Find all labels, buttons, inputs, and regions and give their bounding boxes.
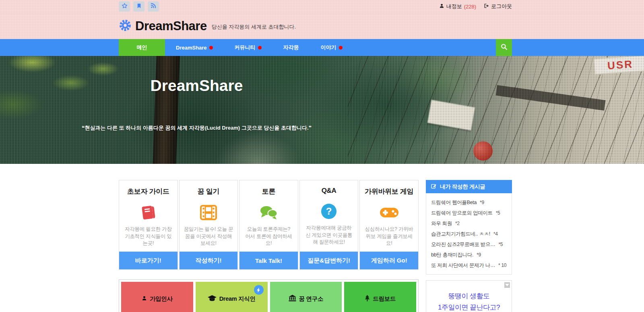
ad-info-badge[interactable] (504, 282, 510, 288)
card-dream-diary: 꿈 일기 꿈일기는 필수! 오늘 꾼 꿈을 이곳에서 작성해 보세요! 작성하기… (179, 180, 238, 270)
favorite-button[interactable] (119, 1, 130, 12)
rss-icon (150, 2, 157, 10)
svg-text:?: ? (326, 206, 332, 217)
hero-halftone-overlay (0, 56, 644, 164)
logo-row: DreamShare 당신을 자각몽의 세계로 초대합니다. (0, 13, 644, 39)
post-item[interactable]: 와우 회원*2 (426, 218, 512, 229)
comments-icon (239, 202, 298, 223)
post-title: 습관고치기가힘드네.. ㅊㅊ! (431, 231, 490, 237)
notification-dot (339, 46, 343, 50)
board-label: 꿈 연구소 (299, 295, 324, 303)
nav-tab-story[interactable]: 이야기 (310, 39, 353, 56)
board-label: Dream 지식인 (219, 295, 256, 303)
bookmark-button[interactable] (133, 1, 144, 12)
main-content: 초보자 가이드 자각몽에 필요한 가장 기초적인 지식들이 있는곳! 바로가기!… (119, 180, 512, 312)
go-button[interactable]: 바로가기! (119, 252, 178, 269)
post-count: * 10 (498, 262, 506, 268)
logo[interactable]: DreamShare (119, 19, 207, 33)
ad-text-line2: 1주일이면 끝난다고? (438, 303, 500, 312)
post-title: 와우 회원 (431, 221, 452, 226)
gear-icon (119, 19, 132, 33)
notification-dot (258, 46, 262, 50)
search-button[interactable] (496, 39, 512, 56)
feature-cards: 초보자 가이드 자각몽에 필요한 가장 기초적인 지식들이 있는곳! 바로가기!… (119, 180, 419, 270)
write-button[interactable]: 작성하기! (180, 252, 238, 269)
lightning-badge (254, 285, 264, 295)
main-nav: 메인 DreamShare 커뮤니티 자각몽 이야기 (0, 39, 644, 56)
post-title: bb탄 총재미집니다. (431, 252, 473, 258)
nav-label: 커뮤니티 (235, 44, 256, 51)
post-item[interactable]: 드림쉐어 웹어플Beta*9 (426, 197, 512, 208)
card-title: 꿈 일기 (180, 187, 238, 196)
post-count: *5 (498, 242, 503, 247)
site-tagline: 당신을 자각몽의 세계로 초대합니다. (212, 23, 296, 31)
board-dreamboard[interactable]: 드림보드 (344, 282, 416, 312)
ad-banner[interactable]: 뚱땡이 생활도 1주일이면 끝난다고? (426, 280, 512, 312)
nav-label: 자각몽 (283, 44, 299, 51)
question-button[interactable]: 질문&답변하기! (300, 252, 358, 269)
card-description: 꿈일기는 필수! 오늘 꾼 꿈을 이곳에서 작성해 보세요! (180, 226, 238, 247)
my-posts-title: 내가 작성한 게시글 (440, 183, 485, 190)
play-button[interactable]: 게임하러 Go! (360, 252, 418, 269)
ad-badge-triangle (505, 284, 509, 286)
board-dream-knowledge[interactable]: Dream 지식인 (196, 282, 268, 312)
my-posts-header: 내가 작성한 게시글 (426, 180, 512, 193)
nav-tab-dreamshare[interactable]: DreamShare (165, 39, 224, 56)
card-description: 심심하시나요? 가위바위보 게임을 즐겨보세요! (360, 226, 418, 247)
nav-tab-main[interactable]: 메인 (119, 39, 165, 56)
card-discussion: 토론 오늘의 토론주제는? 어서 토론에 참여하세요! Talk Talk! (239, 180, 298, 270)
topbar: 내정보 (228) 로그아웃 (0, 0, 644, 13)
star-icon (121, 2, 128, 11)
post-title: 오라진 심즈2무료배포 받으… (431, 242, 495, 247)
card-qna: Q&A ? 자각몽에대해 궁금하신 게있으면 이곳을통해 질문하세요! 질문&답… (299, 180, 359, 270)
nav-tab-community[interactable]: 커뮤니티 (224, 39, 272, 56)
nav-tab-luciddream[interactable]: 자각몽 (272, 39, 310, 56)
card-title: 가위바위보 게임 (360, 187, 418, 196)
book-icon (119, 202, 178, 223)
post-title: 드림쉐어 앞으로의 업데이트 (431, 210, 493, 216)
card-title: Q&A (300, 187, 358, 195)
logout-link[interactable]: 로그아웃 (483, 3, 512, 10)
film-icon (180, 202, 238, 223)
post-count: *9 (480, 200, 484, 205)
post-count: *4 (493, 231, 498, 237)
rss-button[interactable] (148, 1, 159, 12)
gamepad-icon (360, 202, 418, 223)
notification-dot (209, 46, 213, 50)
graduation-cap-icon (208, 295, 217, 303)
post-count: *5 (496, 210, 500, 216)
post-item[interactable]: bb탄 총재미집니다.*9 (426, 250, 512, 260)
post-item[interactable]: 드림쉐어 앞으로의 업데이트*5 (426, 208, 512, 218)
tree-icon (365, 295, 370, 303)
card-rps-game: 가위바위보 게임 심심하시나요? 가위바위보 게임을 즐겨보세요! 게임하러 G… (359, 180, 419, 270)
search-icon (500, 43, 508, 52)
post-item[interactable]: 또 저희 사단에서 문제가 나…* 10 (426, 260, 512, 271)
logout-label: 로그아웃 (491, 3, 512, 10)
board-greetings[interactable]: 가입인사 (121, 282, 193, 312)
bank-icon (289, 295, 296, 303)
card-description: 자각몽에대해 궁금하신 게있으면 이곳을통해 질문하세요! (300, 225, 358, 246)
myinfo-count: (228) (464, 4, 476, 10)
post-count: *9 (477, 252, 481, 258)
my-posts-widget: 내가 작성한 게시글 드림쉐어 웹어플Beta*9 드림쉐어 앞으로의 업데이트… (426, 180, 512, 275)
post-item[interactable]: 오라진 심즈2무료배포 받으…*5 (426, 239, 512, 250)
post-title: 드림쉐어 웹어플Beta (431, 200, 477, 205)
post-item[interactable]: 습관고치기가힘드네.. ㅊㅊ!*4 (426, 229, 512, 239)
card-description: 오늘의 토론주제는? 어서 토론에 참여하세요! (239, 226, 298, 247)
talk-button[interactable]: Talk Talk! (239, 252, 298, 269)
nav-label: 메인 (137, 44, 147, 51)
board-label: 가입인사 (150, 295, 173, 303)
ad-text-line1: 뚱땡이 생활도 (448, 291, 489, 301)
board-dream-lab[interactable]: 꿈 연구소 (270, 282, 342, 312)
myinfo-link[interactable]: 내정보 (228) (439, 3, 476, 10)
user-icon (142, 295, 147, 302)
my-posts-list: 드림쉐어 웹어플Beta*9 드림쉐어 앞으로의 업데이트*5 와우 회원*2 … (426, 193, 512, 275)
bookmark-icon (136, 2, 142, 11)
post-count: *2 (455, 221, 460, 226)
logout-icon (483, 3, 489, 10)
card-title: 토론 (239, 187, 298, 196)
board-shortcuts: 가입인사 Dream 지식인 꿈 연구소 (119, 279, 419, 312)
nav-label: DreamShare (176, 45, 207, 51)
question-circle-icon: ? (300, 200, 358, 222)
card-beginner-guide: 초보자 가이드 자각몽에 필요한 가장 기초적인 지식들이 있는곳! 바로가기! (119, 180, 178, 270)
